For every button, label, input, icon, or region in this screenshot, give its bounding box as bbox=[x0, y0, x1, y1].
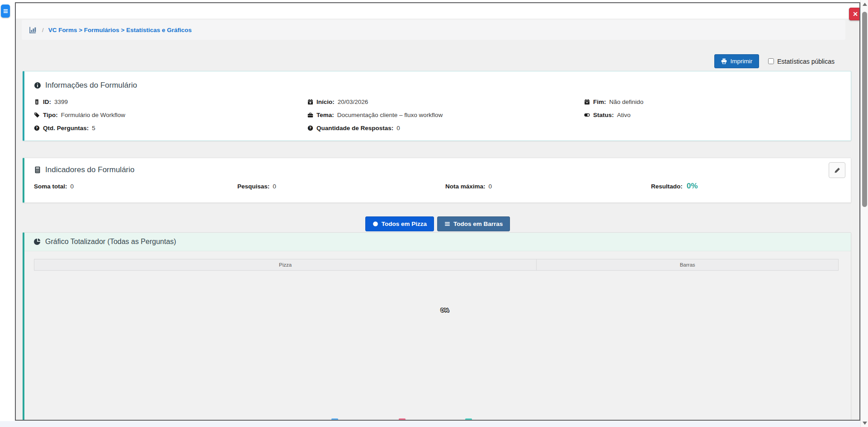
field-qtd-respostas: Quantidade de Respostas: 0 bbox=[307, 122, 584, 135]
form-indicators-title: Indicadores do Formulário bbox=[24, 158, 851, 174]
form-info-title-text: Informações do Formulário bbox=[45, 81, 137, 90]
question-circle-icon bbox=[34, 125, 40, 131]
field-resultado: Resultado: 0% bbox=[651, 181, 851, 192]
breadcrumb: / VC Forms > Formulários > Estatísticas … bbox=[22, 20, 845, 40]
all-pie-button[interactable]: Todos em Pizza bbox=[365, 216, 434, 231]
field-qtd-perguntas: Qtd. Perguntas: 5 bbox=[34, 122, 307, 135]
field-tipo: Tipo: Formulário de Workflow bbox=[34, 108, 307, 122]
print-button[interactable]: Imprimir bbox=[714, 54, 759, 68]
scrollbar-down-arrow-icon[interactable] bbox=[863, 422, 867, 425]
hamburger-menu-button[interactable] bbox=[1, 5, 10, 18]
legend-label-clipped bbox=[349, 420, 355, 420]
field-nota-maxima: Nota máxima: 0 bbox=[445, 181, 651, 192]
barras-column-header: Barras bbox=[537, 259, 838, 270]
calendar-plus-icon bbox=[307, 99, 313, 105]
field-fim: Fim: Não definido bbox=[584, 95, 851, 108]
public-stats-checkbox[interactable] bbox=[768, 58, 774, 64]
bottom-strip bbox=[0, 421, 860, 427]
legend-swatch-pink bbox=[399, 418, 406, 420]
breadcrumb-path[interactable]: VC Forms > Formulários > Estatísticas e … bbox=[48, 27, 192, 33]
bar-chart-icon bbox=[29, 26, 37, 34]
all-bars-button[interactable]: Todos em Barras bbox=[437, 216, 510, 231]
totalizer-chart-card: Gráfico Totalizador (Todas as Perguntas)… bbox=[23, 232, 851, 420]
pie-chart-icon bbox=[34, 238, 41, 245]
field-inicio: Início: 20/03/2026 bbox=[307, 95, 584, 108]
legend-label-clipped bbox=[482, 420, 489, 420]
app-window: / VC Forms > Formulários > Estatísticas … bbox=[0, 0, 868, 427]
edit-indicators-button[interactable] bbox=[829, 162, 845, 178]
chart-column-headers: Pizza Barras bbox=[34, 259, 839, 271]
chart-toggle-group: Todos em Pizza Todos em Barras bbox=[16, 216, 859, 231]
totalizer-chart-title-text: Gráfico Totalizador (Todas as Perguntas) bbox=[45, 238, 176, 246]
field-id: ID: 3399 bbox=[34, 95, 307, 108]
field-tema: Tema: Documentação cliente – fluxo workf… bbox=[307, 108, 584, 122]
public-stats-label: Estatísticas públicas bbox=[777, 58, 835, 65]
legend-label-clipped bbox=[416, 420, 422, 420]
bars-icon bbox=[444, 221, 450, 227]
tag-icon bbox=[34, 112, 40, 118]
actions-row: Imprimir Estatísticas públicas bbox=[714, 54, 835, 68]
scrollbar-up-arrow-icon[interactable] bbox=[863, 3, 867, 6]
form-indicators-title-text: Indicadores do Formulário bbox=[45, 165, 134, 174]
resultado-value: 0% bbox=[687, 182, 698, 191]
vertical-scrollbar[interactable] bbox=[860, 0, 868, 427]
field-pesquisas: Pesquisas: 0 bbox=[237, 181, 445, 192]
print-button-label: Imprimir bbox=[730, 58, 752, 65]
field-empty bbox=[584, 122, 851, 135]
indicators-grid: Soma total: 0 Pesquisas: 0 Nota máxima: … bbox=[24, 174, 851, 192]
pie-slice-label: 0% bbox=[431, 307, 458, 314]
toggle-on-icon bbox=[584, 112, 590, 118]
legend-swatch-teal bbox=[465, 418, 472, 420]
close-button[interactable]: ✕ bbox=[849, 8, 860, 20]
printer-icon bbox=[721, 58, 727, 64]
form-info-grid: ID: 3399 Início: 20/03/2026 Fim: Não def… bbox=[24, 90, 851, 135]
briefcase-icon bbox=[307, 112, 313, 118]
form-indicators-card: Indicadores do Formulário Soma total: 0 … bbox=[23, 158, 851, 203]
pie-circle-icon bbox=[373, 221, 378, 227]
legend-swatch-blue bbox=[331, 418, 338, 420]
breadcrumb-separator: / bbox=[42, 27, 44, 33]
field-status: Status: Ativo bbox=[584, 108, 851, 122]
form-info-title: Informações do Formulário bbox=[24, 71, 851, 90]
info-circle-icon bbox=[34, 82, 41, 89]
id-badge-icon bbox=[34, 99, 40, 105]
pencil-icon bbox=[834, 167, 840, 174]
calendar-minus-icon bbox=[584, 99, 590, 105]
main-panel: / VC Forms > Formulários > Estatísticas … bbox=[15, 2, 860, 421]
public-stats-option: Estatísticas públicas bbox=[768, 58, 835, 65]
form-info-card: Informações do Formulário ID: 3399 Iníci… bbox=[23, 71, 851, 141]
top-bar bbox=[16, 3, 859, 19]
question-circle-icon bbox=[307, 125, 313, 131]
hamburger-icon bbox=[3, 8, 9, 14]
scrollbar-thumb[interactable] bbox=[862, 12, 867, 207]
totalizer-chart-title: Gráfico Totalizador (Todas as Perguntas) bbox=[24, 233, 851, 251]
pizza-column-header: Pizza bbox=[34, 259, 537, 270]
calculator-icon bbox=[34, 166, 41, 174]
field-soma-total: Soma total: 0 bbox=[34, 181, 237, 192]
